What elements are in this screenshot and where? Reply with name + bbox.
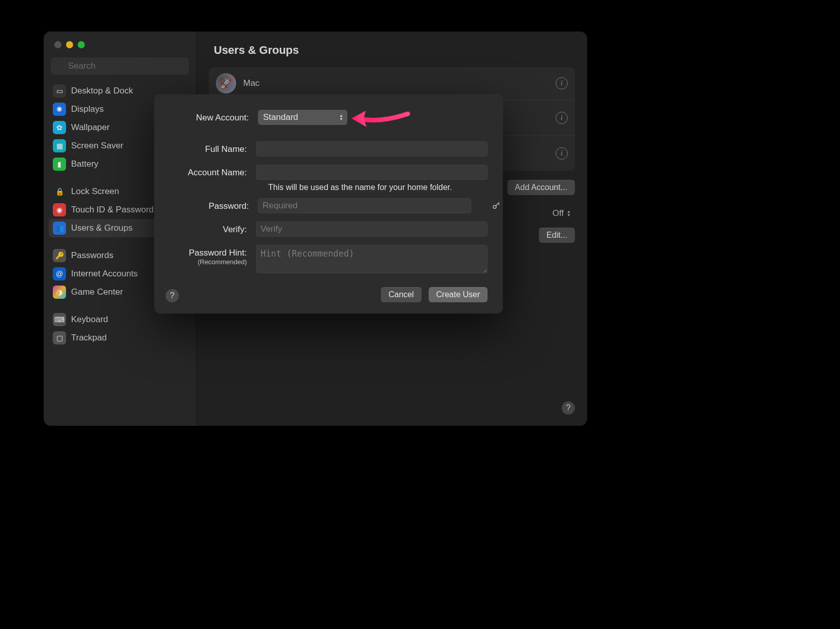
account-name-label: Account Name: — [170, 165, 247, 178]
minimize-window-button[interactable] — [66, 41, 73, 48]
search-field-wrap — [44, 48, 196, 79]
help-button[interactable]: ? — [562, 401, 575, 415]
sidebar-item-label: Displays — [71, 104, 104, 114]
sidebar-item-label: Game Center — [71, 287, 123, 297]
desktop-icon: ▭ — [53, 84, 66, 98]
password-label: Password: — [170, 198, 249, 211]
account-name-field[interactable] — [256, 165, 488, 180]
edit-button[interactable]: Edit... — [539, 228, 575, 243]
sidebar-item-label: Passwords — [71, 250, 113, 261]
at-icon: @ — [53, 267, 66, 280]
sidebar-item-label: Wallpaper — [71, 122, 110, 133]
sheet-help-button[interactable]: ? — [166, 289, 179, 302]
search-input[interactable] — [51, 57, 189, 75]
game-center-icon: ◑ — [53, 286, 66, 299]
page-title: Users & Groups — [209, 32, 575, 67]
account-name-hint: This will be used as the name for your h… — [256, 180, 488, 192]
sidebar-item-label: Internet Accounts — [71, 269, 138, 279]
lock-icon: 🔒 — [53, 185, 66, 198]
auto-login-popup[interactable]: Off ▲▼ — [553, 208, 571, 218]
add-account-button[interactable]: Add Account... — [507, 180, 575, 195]
sidebar-item-label: Touch ID & Password — [71, 205, 154, 215]
window-controls — [44, 32, 196, 48]
user-info-button[interactable]: i — [556, 112, 568, 124]
sidebar-item-label: Keyboard — [71, 314, 108, 325]
create-user-sheet: New Account: Standard ▲▼ Full Name: Acco… — [154, 95, 503, 313]
new-account-type-popup[interactable]: Standard ▲▼ — [258, 110, 347, 125]
create-user-button[interactable]: Create User — [429, 287, 488, 302]
password-hint-sublabel: (Recommended) — [170, 258, 247, 266]
key-icon: 🔑 — [53, 249, 66, 262]
auto-login-value: Off — [553, 208, 564, 218]
full-name-label: Full Name: — [170, 141, 247, 154]
zoom-window-button[interactable] — [78, 41, 85, 48]
sun-icon: ✺ — [53, 103, 66, 116]
sidebar-item-label: Users & Groups — [71, 223, 133, 233]
new-account-label: New Account: — [170, 110, 249, 123]
keyboard-icon: ⌨ — [53, 313, 66, 326]
close-window-button[interactable] — [54, 41, 61, 48]
screensaver-icon: ▦ — [53, 139, 66, 152]
annotation-arrow-icon — [349, 108, 410, 129]
chevron-updown-icon: ▲▼ — [339, 114, 343, 121]
sidebar-item-trackpad[interactable]: ▢ Trackpad — [49, 329, 191, 347]
full-name-field[interactable] — [256, 141, 488, 156]
sidebar-item-label: Trackpad — [71, 333, 107, 343]
password-hint-field[interactable] — [256, 245, 488, 273]
password-hint-label: Password Hint: (Recommended) — [170, 245, 247, 266]
svg-point-0 — [493, 205, 496, 208]
sidebar-item-label: Screen Saver — [71, 141, 123, 151]
flower-icon: ✿ — [53, 121, 66, 134]
user-info-button[interactable]: i — [556, 147, 568, 160]
cancel-button[interactable]: Cancel — [381, 287, 422, 302]
sidebar-item-label: Desktop & Dock — [71, 86, 133, 96]
user-name: Mac — [243, 78, 548, 88]
fingerprint-icon: ◉ — [53, 203, 66, 216]
verify-field[interactable] — [256, 222, 488, 237]
new-account-type-value: Standard — [263, 112, 298, 122]
password-field[interactable] — [258, 198, 471, 213]
trackpad-icon: ▢ — [53, 331, 66, 344]
sidebar-item-label: Battery — [71, 159, 99, 169]
sidebar-item-label: Lock Screen — [71, 186, 119, 197]
verify-label: Verify: — [170, 222, 247, 235]
users-icon: 👥 — [53, 222, 66, 235]
chevron-updown-icon: ▲▼ — [567, 210, 571, 217]
avatar — [216, 73, 236, 93]
user-info-button[interactable]: i — [556, 77, 568, 89]
key-icon[interactable] — [492, 201, 501, 210]
battery-icon: ▮ — [53, 158, 66, 171]
